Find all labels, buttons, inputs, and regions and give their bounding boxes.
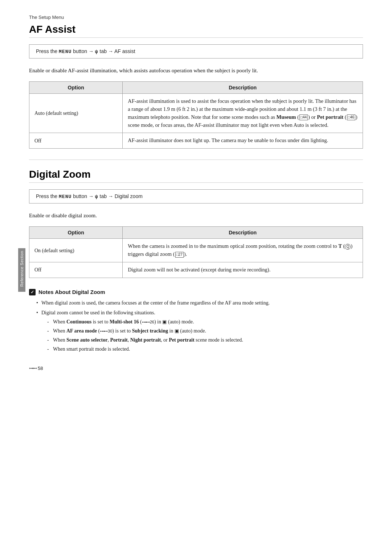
menu-connector4: tab → <box>100 193 115 199</box>
section2-menu-path: Press the MENU button → ψ tab → Digital … <box>29 189 363 203</box>
section1-table: Option Description Auto (default setting… <box>29 81 363 149</box>
section1-menu-path: Press the MENU button → ψ tab → AF assis… <box>29 44 363 59</box>
table-row: Off Digital zoom will not be activated (… <box>29 262 363 278</box>
menu-destination2: Digital zoom <box>115 193 143 199</box>
page-number: 58 <box>38 366 43 371</box>
description-off: AF-assist illuminator does not light up.… <box>123 133 363 149</box>
auto-mode-icon2: ▣ <box>175 328 179 334</box>
footer-icon: ⊶⊷ <box>29 366 37 371</box>
bold-af-area: AF area mode <box>66 328 97 334</box>
section1-title: AF Assist <box>29 24 363 38</box>
section2-table: Option Description On (default setting) … <box>29 226 363 278</box>
menu-keyword-menu2: MENU <box>59 194 72 200</box>
menu-destination: AF assist <box>114 48 135 54</box>
menu-path-prefix2: Press the <box>36 193 57 199</box>
section-divider <box>29 160 363 160</box>
menu-keyword-menu: MENU <box>59 49 72 55</box>
menu-connector3: button → <box>73 193 95 199</box>
table-row: Off AF-assist illuminator does not light… <box>29 133 363 149</box>
list-item: When smart portrait mode is selected. <box>47 345 363 353</box>
bullet-text-1: When digital zoom is used, the camera fo… <box>41 300 270 306</box>
list-item: When digital zoom is used, the camera fo… <box>36 299 363 307</box>
breadcrumb: The Setup Menu <box>29 15 363 20</box>
bold-continuous: Continuous <box>66 319 91 325</box>
list-item: Digital zoom cannot be used in the follo… <box>36 309 363 353</box>
description-auto: AF-assist illumination is used to assist… <box>123 94 363 133</box>
ref-44: □44 <box>299 114 308 120</box>
list-item: When AF area mode (⊶⊷30) is set to Subje… <box>47 327 363 335</box>
bullet-text-2: Digital zoom cannot be used in the follo… <box>41 310 155 315</box>
ref-27: □27 <box>175 252 184 258</box>
bold-pet-portrait: Pet portrait <box>317 114 343 120</box>
table-row: On (default setting) When the camera is … <box>29 239 363 262</box>
section2-col1-header: Option <box>29 227 123 239</box>
notes-bullet-list: When digital zoom is used, the camera fo… <box>29 299 363 353</box>
ref-26-link: ⊶⊷26 <box>142 320 154 324</box>
bold-night-portrait: Night portrait <box>130 337 161 343</box>
bold-portrait: Portrait <box>110 337 127 343</box>
section2-col2-header: Description <box>123 227 363 239</box>
option-on: On (default setting) <box>29 239 123 262</box>
notes-title: ✓ Notes About Digital Zoom <box>29 289 363 295</box>
section-digital-zoom: Digital Zoom Press the MENU button → ψ t… <box>29 169 363 353</box>
ref-46: □46 <box>347 114 355 120</box>
list-item: When Continuous is set to Multi-shot 16 … <box>47 318 363 326</box>
page-footer: ⊶⊷ 58 <box>29 366 43 371</box>
menu-keyword-tab2: ψ <box>95 194 98 200</box>
list-item: When Scene auto selector, Portrait, Nigh… <box>47 336 363 344</box>
bold-scene-auto: Scene auto selector <box>66 337 108 343</box>
notes-section: ✓ Notes About Digital Zoom When digital … <box>29 289 363 353</box>
notes-title-text: Notes About Digital Zoom <box>38 289 105 295</box>
menu-connector2: tab → <box>100 48 114 54</box>
option-off: Off <box>29 133 123 149</box>
sidebar-reference-label: Reference Section <box>18 248 25 292</box>
auto-mode-icon: ▣ <box>162 319 167 325</box>
description-on: When the camera is zoomed in to the maxi… <box>123 239 363 262</box>
menu-path-prefix: Press the <box>36 48 57 54</box>
section1-col1-header: Option <box>29 82 123 94</box>
section1-col2-header: Description <box>123 82 363 94</box>
bold-multishot: Multi-shot 16 <box>110 319 139 325</box>
section-af-assist: The Setup Menu AF Assist Press the MENU … <box>29 15 363 149</box>
section1-description: Enable or disable AF-assist illumination… <box>29 67 363 75</box>
table-row: Auto (default setting) AF-assist illumin… <box>29 94 363 133</box>
notes-checkmark-icon: ✓ <box>29 289 36 295</box>
menu-keyword-tab: ψ <box>95 49 98 55</box>
option-off2: Off <box>29 262 123 278</box>
bold-subject-tracking: Subject tracking <box>132 328 168 334</box>
bold-museum: Museum <box>276 114 296 120</box>
section2-title: Digital Zoom <box>29 169 363 183</box>
option-auto: Auto (default setting) <box>29 94 123 133</box>
ref-30-link: ⊶⊷30 <box>100 329 112 333</box>
menu-connector1: button → <box>73 48 95 54</box>
bold-T: T <box>338 243 342 249</box>
bold-pet-portrait2: Pet portrait <box>169 337 194 343</box>
section2-description: Enable or disable digital zoom. <box>29 211 363 220</box>
description-off2: Digital zoom will not be activated (exce… <box>123 262 363 278</box>
sub-bullet-list: When Continuous is set to Multi-shot 16 … <box>41 318 363 353</box>
zoom-q-icon: Q <box>345 244 351 250</box>
